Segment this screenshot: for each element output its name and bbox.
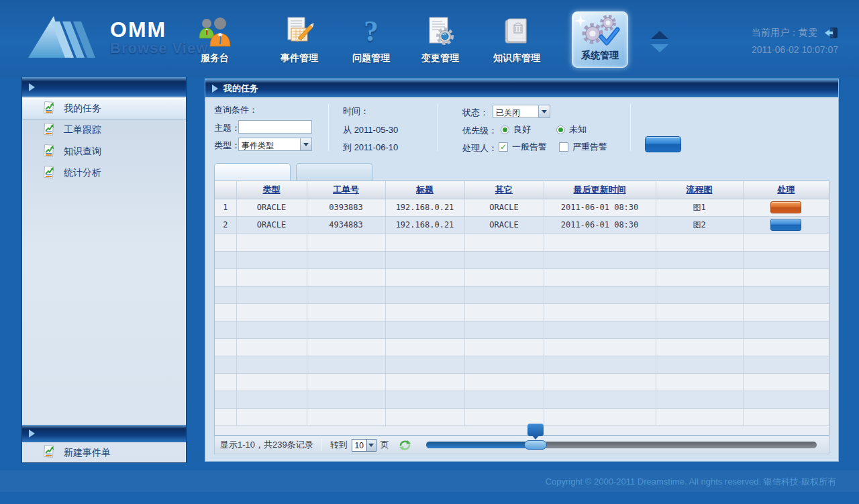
radio-icon[interactable]: [556, 125, 565, 134]
table-row-empty: [215, 303, 829, 321]
sidebar-item-my-tasks[interactable]: 我的任务: [22, 98, 186, 119]
flowchart-link[interactable]: 图2: [693, 220, 705, 230]
arrow-right-icon: [212, 85, 218, 93]
cell-row-number: 2: [215, 216, 236, 234]
goto-label: 转到: [330, 439, 348, 451]
handler-option-severe-alarm[interactable]: ✓ 严重告警: [559, 141, 607, 153]
priority-option-unknown[interactable]: 未知: [556, 123, 587, 136]
refresh-icon[interactable]: [399, 440, 411, 451]
chevron-down-icon[interactable]: [300, 138, 311, 150]
chevron-down-icon[interactable]: [538, 105, 550, 117]
scroll-down-icon[interactable]: [651, 44, 668, 52]
from-value: 2011-05-30: [354, 125, 399, 135]
incident-document-pencil-icon: [272, 12, 326, 47]
to-label: 到: [343, 142, 352, 152]
sidebar-item-statistics[interactable]: 统计分析: [22, 162, 186, 184]
tab-bar: [205, 162, 838, 181]
table-row[interactable]: 1 ORACLE 0393883 192.168.0.21 ORACLE 201…: [215, 199, 829, 216]
chevron-down-icon[interactable]: [366, 440, 376, 451]
status-select-value: 已关闭: [493, 105, 538, 117]
col-action[interactable]: 处理: [743, 181, 829, 199]
doc-chart-icon: [42, 123, 56, 138]
scroll-up-icon[interactable]: [651, 31, 668, 39]
cell-last-updated: 2011-06-01 08:30: [544, 216, 656, 234]
nav-item-system[interactable]: 系统管理: [572, 11, 628, 68]
table-row-empty: [215, 356, 829, 373]
doc-chart-icon: [42, 101, 56, 117]
from-label: 从: [343, 125, 352, 135]
col-title[interactable]: 标题: [385, 181, 464, 199]
sidebar-bottom-bar[interactable]: [22, 425, 186, 442]
cell-title: 192.168.0.21: [385, 216, 464, 234]
table-row[interactable]: 2 ORACLE 4934883 192.168.0.21 ORACLE 201…: [215, 216, 829, 234]
nav-item-knowledge[interactable]: 知识库管理: [482, 12, 552, 70]
sidebar-header-bar[interactable]: [22, 77, 186, 97]
doc-chart-icon: [42, 144, 56, 160]
page-suffix-label: 页: [381, 439, 389, 451]
option-label: 未知: [569, 123, 587, 136]
table-row-empty: [215, 391, 829, 408]
col-last-updated[interactable]: 最后更新时间: [544, 181, 656, 199]
handler-option-general-alarm[interactable]: ✓ 一般告警: [499, 141, 547, 153]
nav-item-service-desk[interactable]: 服务台: [193, 12, 236, 70]
time-from: 从 2011-05-30: [343, 124, 398, 136]
nav-item-incident[interactable]: 事件管理: [272, 12, 326, 70]
checkbox-icon[interactable]: ✓: [499, 142, 508, 152]
type-label: 类型：: [214, 140, 240, 152]
cell-other: ORACLE: [464, 216, 544, 234]
sidebar-item-new-incident[interactable]: 新建事件单: [22, 442, 186, 463]
action-button[interactable]: [770, 219, 801, 231]
logo-triangle-icon: [27, 13, 101, 62]
page-slider[interactable]: [426, 442, 817, 448]
sidebar: 我的任务 工单跟踪 知识查询 统计分析 新建事件单: [21, 77, 187, 463]
sidebar-item-order-tracking[interactable]: 工单跟踪: [22, 119, 186, 141]
subject-input[interactable]: [238, 120, 312, 134]
table-row-empty: [215, 286, 829, 303]
type-select[interactable]: 事件类型: [238, 138, 312, 151]
nav-item-change[interactable]: 变更管理: [413, 12, 467, 70]
col-flowchart[interactable]: 流程图: [656, 181, 743, 199]
sidebar-item-knowledge-query[interactable]: 知识查询: [22, 141, 186, 162]
logout-icon[interactable]: [824, 27, 839, 39]
flowchart-link[interactable]: 图1: [693, 203, 705, 212]
slider-handle[interactable]: [524, 440, 547, 450]
tab-1[interactable]: [214, 163, 291, 181]
cell-order-number: 0393883: [307, 199, 385, 216]
priority-option-good[interactable]: 良好: [501, 123, 531, 136]
tab-2[interactable]: [296, 163, 372, 181]
col-order-number[interactable]: 工单号: [307, 181, 385, 199]
type-select-value: 事件类型: [239, 138, 300, 150]
page-select[interactable]: 10: [352, 439, 376, 452]
cell-order-number: 4934883: [307, 216, 385, 234]
slider-tooltip-marker: [527, 423, 544, 436]
action-button[interactable]: [770, 201, 801, 213]
cell-last-updated: 2011-06-01 08:30: [544, 199, 656, 216]
search-button[interactable]: [645, 136, 681, 152]
record-summary: 显示1-10，共239条记录: [220, 439, 313, 451]
slider-fill: [426, 442, 536, 448]
priority-label: 优先级：: [462, 125, 497, 137]
doc-chart-icon: [42, 445, 56, 460]
panel-title-bar: 我的任务: [205, 79, 838, 97]
service-desk-people-icon: [193, 12, 236, 47]
pagination-bar: 显示1-10，共239条记录 转到 10 页: [214, 436, 829, 454]
nav-item-problem[interactable]: ? 问题管理: [344, 12, 398, 70]
arrow-right-icon: [29, 430, 35, 438]
radio-icon[interactable]: [501, 125, 509, 134]
nav-scroll-arrows[interactable]: [651, 31, 670, 52]
table-row-empty: [215, 408, 829, 425]
filter-divider: [437, 104, 438, 151]
table-row-empty: [215, 321, 829, 338]
col-type[interactable]: 类型: [236, 181, 307, 199]
filter-divider: [328, 104, 329, 151]
col-other[interactable]: 其它: [464, 181, 544, 199]
sidebar-menu: 我的任务 工单跟踪 知识查询 统计分析: [22, 98, 186, 184]
handler-label: 处理人：: [462, 142, 497, 154]
status-select[interactable]: 已关闭: [493, 105, 550, 118]
checkbox-icon[interactable]: ✓: [559, 142, 568, 152]
sidebar-item-label: 我的任务: [64, 103, 101, 115]
nav-label: 系统管理: [572, 50, 627, 62]
cell-row-number: 1: [215, 199, 236, 216]
knowledge-book-icon: [482, 12, 552, 47]
filter-panel: 查询条件： 主题： 类型： 事件类型 时间： 从 2011-05-30 到 20…: [205, 97, 838, 162]
